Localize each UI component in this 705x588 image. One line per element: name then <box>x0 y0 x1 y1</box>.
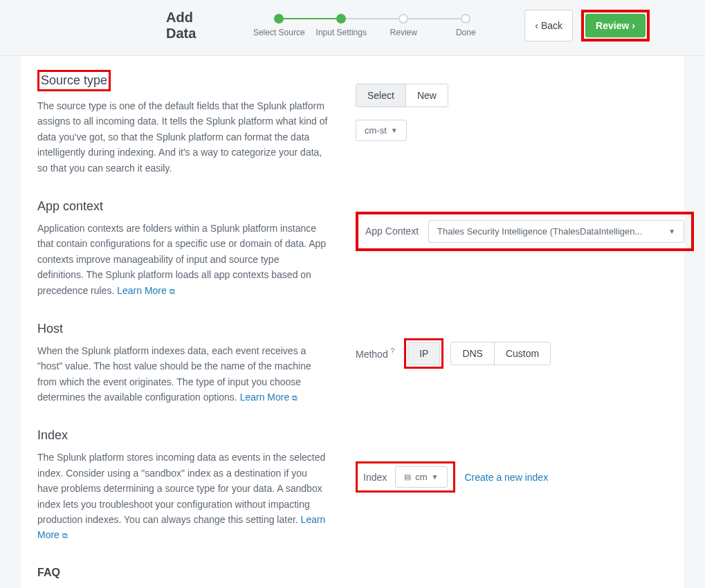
host-method-dns[interactable]: DNS <box>451 342 495 365</box>
review-button-label: Review <box>596 20 629 31</box>
source-type-new-tab[interactable]: New <box>406 84 448 107</box>
chevron-right-icon: › <box>632 20 635 31</box>
index-heading: Index <box>37 428 328 443</box>
caret-down-icon: ▼ <box>668 228 675 235</box>
back-button[interactable]: ‹ Back <box>524 10 573 42</box>
form-content: Source type The source type is one of th… <box>21 56 684 588</box>
app-context-learn-more-link[interactable]: Learn More ⧉ <box>117 285 174 296</box>
step-connector <box>403 18 466 19</box>
step-label: Done <box>456 28 476 37</box>
external-link-icon: ⧉ <box>292 394 297 402</box>
nav-buttons: ‹ Back Review › <box>524 10 650 42</box>
source-type-selected: cm-st <box>365 125 387 136</box>
highlight-review: Review › <box>581 10 650 42</box>
step-dot-icon <box>461 14 470 24</box>
section-index: Index The Splunk platform stores incomin… <box>37 428 668 542</box>
step-connector <box>279 18 341 19</box>
host-learn-more-link[interactable]: Learn More ⧉ <box>240 392 297 403</box>
help-icon[interactable]: ? <box>391 347 395 355</box>
back-button-label: Back <box>541 20 562 31</box>
section-host: Host When the Splunk platform indexes da… <box>37 322 668 405</box>
section-faq: FAQ › How do indexes work? › How do I kn… <box>37 567 668 588</box>
external-link-icon: ⧉ <box>62 531 68 540</box>
source-type-description: The source type is one of the default fi… <box>37 98 328 176</box>
host-description: When the Splunk platform indexes data, e… <box>37 343 328 405</box>
highlight-index-field: Index ▤ cm ▼ <box>356 461 455 493</box>
section-app-context: App context Application contexts are fol… <box>37 199 668 298</box>
step-label: Review <box>390 28 417 37</box>
source-type-mode-toggle: Select New <box>356 84 448 107</box>
source-type-dropdown[interactable]: cm-st ▼ <box>356 120 407 141</box>
chevron-left-icon: ‹ <box>535 20 538 31</box>
caret-down-icon: ▼ <box>432 473 439 481</box>
index-description: The Splunk platform stores incoming data… <box>37 450 328 542</box>
app-context-heading: App context <box>37 199 328 214</box>
step-select-source: Select Source <box>248 14 310 37</box>
highlight-host-ip: IP <box>404 338 443 369</box>
index-selected: cm <box>415 472 427 482</box>
highlight-source-type-heading: Source type <box>37 70 111 91</box>
app-context-selected: Thales Security Intelligence (ThalesData… <box>437 226 642 237</box>
database-icon: ▤ <box>404 472 411 481</box>
step-label: Input Settings <box>316 28 367 37</box>
source-type-heading: Source type <box>37 70 328 91</box>
wizard-header: Add Data Select Source Input Settings Re… <box>0 0 705 56</box>
step-dot-icon <box>274 14 284 24</box>
app-context-dropdown[interactable]: Thales Security Intelligence (ThalesData… <box>428 220 684 243</box>
highlight-app-context-field: App Context Thales Security Intelligence… <box>356 212 694 251</box>
section-source-type: Source type The source type is one of th… <box>37 70 668 176</box>
page-title: Add Data <box>166 10 213 42</box>
app-context-description: Application contexts are folders within … <box>37 221 328 298</box>
source-type-select-tab[interactable]: Select <box>356 84 406 107</box>
caret-down-icon: ▼ <box>391 127 398 134</box>
host-heading: Host <box>37 322 328 336</box>
create-new-index-link[interactable]: Create a new index <box>465 472 549 483</box>
step-label: Select Source <box>253 28 305 37</box>
faq-heading: FAQ <box>37 567 668 579</box>
step-dot-icon <box>336 14 346 24</box>
host-method-custom[interactable]: Custom <box>495 342 550 365</box>
review-button[interactable]: Review › <box>585 14 646 37</box>
host-method-ip[interactable]: IP <box>408 342 440 365</box>
index-dropdown[interactable]: ▤ cm ▼ <box>395 466 447 488</box>
wizard-steps: Select Source Input Settings Review Done <box>248 14 497 37</box>
app-context-field-label: App Context <box>365 226 419 237</box>
host-method-label: Method ? <box>356 347 394 360</box>
step-dot-icon <box>399 14 408 24</box>
index-field-label: Index <box>363 472 387 483</box>
external-link-icon: ⧉ <box>170 287 175 295</box>
step-connector <box>341 18 403 19</box>
